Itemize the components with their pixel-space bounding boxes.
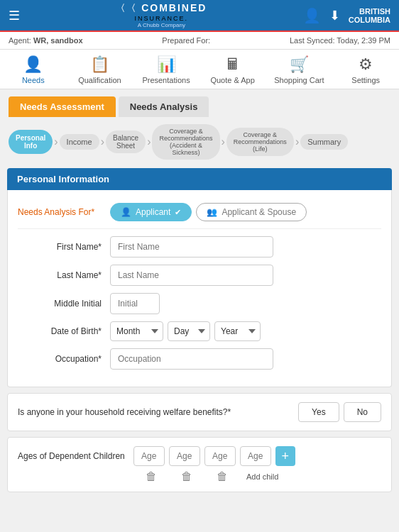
agent-info: Agent: WR, sandbox — [9, 36, 83, 45]
add-child-button[interactable]: + — [275, 446, 295, 466]
nav-label-shopping-cart: Shopping Cart — [274, 76, 324, 84]
ages-row: Ages of Dependent Children + — [18, 446, 381, 466]
dob-group: Month Day Year — [110, 321, 261, 341]
needs-for-label: Needs Analysis For* — [18, 207, 110, 217]
check-icon: ✔ — [175, 208, 181, 217]
wizard-step-balance-sheet[interactable]: BalanceSheet — [106, 131, 146, 153]
wizard-step-summary[interactable]: Summary — [300, 134, 348, 150]
nav-item-needs[interactable]: 👤 Needs — [9, 55, 58, 84]
tabs-row: Needs Assessment Needs Analysis — [0, 89, 399, 117]
dob-day-select[interactable]: Day — [168, 321, 210, 341]
persons-icon: 👥 — [207, 207, 217, 217]
first-name-label: First Name* — [18, 242, 110, 252]
qualification-icon: 📋 — [90, 55, 109, 74]
first-name-input[interactable] — [110, 236, 273, 257]
last-synced: Last Synced: Today, 2:39 PM — [290, 36, 390, 45]
header-right: 👤 ⬇ BRITISH COLUMBIA — [303, 7, 390, 24]
nav-item-presentations[interactable]: 📊 Presentations — [141, 55, 191, 84]
nav-bar: 👤 Needs 📋 Qualification 📊 Presentations … — [0, 50, 399, 89]
welfare-question: Is anyone in your household receiving we… — [18, 407, 298, 417]
yes-no-group: Yes No — [298, 402, 381, 422]
nav-label-qualification: Qualification — [78, 76, 121, 84]
top-header: ☰ 〈〈 COMBINED INSURANCE. A Chubb Company… — [0, 0, 399, 32]
wizard-step-coverage-acc[interactable]: Coverage &Recommendations(Accident &Sick… — [152, 124, 219, 160]
presentations-icon: 📊 — [157, 55, 176, 74]
settings-icon: ⚙ — [359, 55, 373, 74]
logo: 〈〈 COMBINED INSURANCE. A Chubb Company — [116, 2, 207, 28]
logo-tagline: A Chubb Company — [116, 22, 207, 28]
needs-for-row: Needs Analysis For* 👤 Applicant ✔ 👥 Appl… — [18, 197, 381, 229]
dob-row: Date of Birth* Month Day Year — [18, 321, 381, 341]
region-label: BRITISH COLUMBIA — [349, 7, 390, 24]
add-child-label: Add child — [246, 472, 278, 481]
welfare-yes-button[interactable]: Yes — [298, 402, 339, 422]
step-arrow-1: › — [53, 135, 59, 148]
nav-label-presentations: Presentations — [142, 76, 190, 84]
needs-icon: 👤 — [23, 55, 43, 74]
agent-name: WR, sandbox — [33, 36, 83, 45]
middle-initial-input[interactable] — [110, 293, 160, 314]
first-name-row: First Name* — [18, 236, 381, 257]
dob-year-select[interactable]: Year — [214, 321, 261, 341]
trash-icon-1[interactable]: 🗑 — [136, 470, 167, 483]
middle-initial-label: Middle Initial — [18, 299, 110, 309]
download-icon[interactable]: ⬇ — [329, 8, 340, 23]
nav-item-quote-app[interactable]: 🖩 Quote & App — [208, 55, 258, 84]
tab-needs-analysis[interactable]: Needs Analysis — [119, 96, 209, 117]
nav-label-quote-app: Quote & App — [210, 76, 254, 84]
last-name-input[interactable] — [110, 265, 273, 286]
needs-for-toggle: 👤 Applicant ✔ 👥 Applicant & Spouse — [110, 203, 307, 221]
last-name-label: Last Name* — [18, 270, 110, 280]
applicant-spouse-toggle[interactable]: 👥 Applicant & Spouse — [196, 203, 307, 221]
age-input-2[interactable] — [169, 446, 200, 466]
age-input-3[interactable] — [204, 446, 236, 466]
agent-bar: Agent: WR, sandbox Prepared For: Last Sy… — [0, 32, 399, 50]
last-name-row: Last Name* — [18, 265, 381, 286]
trash-icon-3[interactable]: 🗑 — [207, 470, 238, 483]
occupation-label: Occupation* — [18, 354, 110, 364]
welfare-section: Is anyone in your household receiving we… — [7, 393, 392, 431]
wizard-step-coverage-life[interactable]: Coverage &Recommendations(Life) — [226, 128, 294, 156]
ages-label: Ages of Dependent Children — [18, 451, 125, 461]
step-arrow-4: › — [220, 135, 226, 148]
nav-item-settings[interactable]: ⚙ Settings — [341, 55, 390, 84]
age-input-1[interactable] — [133, 446, 165, 466]
ages-section: Ages of Dependent Children + 🗑 🗑 🗑 Add c… — [7, 437, 392, 492]
main-content: Personal Information Needs Analysis For*… — [0, 165, 399, 521]
logo-sub: INSURANCE. — [116, 15, 207, 22]
prepared-for: Prepared For: — [162, 36, 210, 45]
applicant-toggle[interactable]: 👤 Applicant ✔ — [110, 203, 192, 221]
section-header-personal-info: Personal Information — [7, 168, 392, 190]
nav-item-qualification[interactable]: 📋 Qualification — [75, 55, 124, 84]
tab-needs-assessment[interactable]: Needs Assessment — [9, 96, 116, 117]
dob-month-select[interactable]: Month — [110, 321, 163, 341]
nav-label-needs: Needs — [22, 76, 45, 84]
occupation-row: Occupation* — [18, 348, 381, 370]
wizard-step-personal-info[interactable]: PersonalInfo — [9, 130, 53, 154]
shopping-cart-icon: 🛒 — [290, 55, 309, 74]
age-input-4[interactable] — [240, 446, 271, 466]
quote-app-icon: 🖩 — [225, 55, 241, 74]
trash-row: 🗑 🗑 🗑 Add child — [18, 470, 381, 483]
menu-icon[interactable]: ☰ — [9, 8, 20, 23]
step-arrow-5: › — [294, 135, 300, 148]
dob-label: Date of Birth* — [18, 326, 110, 336]
nav-item-shopping-cart[interactable]: 🛒 Shopping Cart — [274, 55, 324, 84]
wizard-step-income[interactable]: Income — [60, 134, 99, 150]
person-icon: 👤 — [121, 207, 131, 217]
occupation-input[interactable] — [110, 348, 273, 370]
trash-icon-2[interactable]: 🗑 — [171, 470, 202, 483]
nav-label-settings: Settings — [351, 76, 380, 84]
step-arrow-3: › — [146, 135, 152, 148]
profile-icon[interactable]: 👤 — [303, 7, 321, 24]
logo-text: COMBINED — [141, 2, 207, 13]
middle-initial-row: Middle Initial — [18, 293, 381, 314]
personal-info-form: Needs Analysis For* 👤 Applicant ✔ 👥 Appl… — [7, 190, 392, 387]
welfare-no-button[interactable]: No — [344, 402, 381, 422]
step-arrow-2: › — [99, 135, 106, 148]
wizard-steps: PersonalInfo › Income › BalanceSheet › C… — [0, 117, 399, 165]
